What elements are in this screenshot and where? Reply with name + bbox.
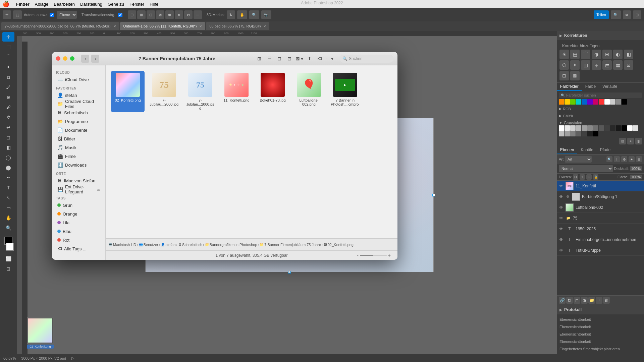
cmyk-header[interactable]: ▶ CMYK [559, 113, 642, 119]
rgb-header[interactable]: ▶ RGB [559, 106, 642, 112]
tool-quickmask[interactable]: ⬜ [2, 254, 14, 263]
view-icon-btn[interactable]: ⊞ [255, 55, 264, 63]
swatch-lightgray[interactable] [610, 99, 615, 105]
doc-tab-2-close[interactable]: ✕ [263, 24, 266, 28]
proto-item-0[interactable]: Ebenensichtbarkeit [557, 316, 644, 323]
gs-4[interactable] [582, 125, 587, 131]
gs-14[interactable] [559, 131, 564, 136]
tool-history-brush[interactable]: ↩ [2, 123, 14, 132]
camera-3d-btn[interactable]: 📷 [261, 10, 271, 19]
swatch-blue[interactable] [582, 99, 587, 105]
finder-back-btn[interactable]: ‹ [81, 55, 89, 63]
sidebar-item-musik[interactable]: 🎵 Musik [53, 143, 104, 152]
tool-magic-wand[interactable]: ✦ [2, 62, 14, 72]
tool-text[interactable]: T [2, 183, 14, 192]
tool-dodge[interactable]: ⬤ [2, 163, 14, 172]
view-gallery-btn[interactable]: ⊡ [285, 55, 294, 63]
gs-9[interactable] [610, 125, 615, 131]
bc-bannergrafiken[interactable]: Bannergrafiken in Photoshop [210, 243, 257, 247]
apple-menu-icon[interactable]: 🍎 [3, 1, 9, 7]
layer-vis-3[interactable]: 👁 [559, 216, 564, 221]
layer-filter-btn2[interactable]: T [614, 156, 620, 162]
layer-filter-select[interactable]: Art [565, 156, 592, 163]
layer-vis-6[interactable]: 👁 [559, 248, 564, 253]
layer-filter-btn4[interactable]: ✦ [629, 156, 635, 162]
proto-item-1[interactable]: Ebenensichtbarkeit [557, 323, 644, 330]
swatch-action-3[interactable]: 🗑 [635, 138, 642, 144]
gs-19[interactable] [587, 131, 593, 136]
gs-13[interactable] [633, 125, 638, 131]
tab-ebenen[interactable]: Ebenen [557, 146, 577, 154]
protokoll-header[interactable]: ▶ Protokoll [557, 305, 644, 314]
layer-new-btn[interactable]: + [596, 297, 602, 304]
adj-colorbalance[interactable]: ⊞ [602, 50, 612, 59]
doc-tab-2[interactable]: 03.psd bei 66,7% (75, RGB/8#) ✕ [206, 22, 269, 30]
gs-16[interactable] [570, 131, 576, 136]
tool-move[interactable]: ✛ [2, 32, 14, 42]
view-column-btn[interactable]: ⊟ [275, 55, 284, 63]
finder-forward-btn[interactable]: › [91, 55, 99, 63]
align-btn-4[interactable]: ⊠ [156, 10, 164, 19]
zoom-level[interactable]: 66,67% [3, 356, 16, 360]
layer-item-0[interactable]: 👁 img 11_Konfetti [557, 181, 644, 191]
sidebar-item-creative-cloud[interactable]: 📁 Creative Cloud Files [53, 100, 104, 108]
tool-eyedropper[interactable]: 🖊 [2, 82, 14, 92]
view-more-btn[interactable]: ··· ▾ [325, 55, 334, 63]
gs-1[interactable] [565, 125, 570, 131]
adj-photo[interactable]: ◧ [624, 50, 633, 59]
adj-selective[interactable]: ⬡ [559, 60, 569, 70]
adj-levels[interactable]: ▤ [570, 50, 580, 59]
more-btn[interactable]: ··· [194, 10, 202, 19]
sidebar-item-alle-tags[interactable]: 🏷 Alle Tags ... [53, 244, 104, 253]
darstellung-menu[interactable]: Darstellung [80, 2, 102, 7]
adj-curves[interactable]: ⌒ [581, 50, 590, 59]
tool-shape[interactable]: ▭ [2, 203, 14, 213]
gs-18[interactable] [582, 131, 587, 136]
gs-0[interactable] [559, 125, 564, 131]
tool-gradient[interactable]: ◧ [2, 143, 14, 152]
layer-vis-0[interactable]: 👁 [559, 184, 564, 188]
adj-more5[interactable]: ⊠ [570, 71, 580, 80]
layer-item-3[interactable]: 👁 📁 75 [557, 213, 644, 224]
swatch-purple[interactable] [587, 99, 593, 105]
layer-delete-btn[interactable]: 🗑 [603, 297, 610, 304]
gs-20[interactable] [593, 131, 598, 136]
swatch-pink[interactable] [593, 99, 598, 105]
adj-vibrance[interactable]: ✦ [570, 60, 580, 70]
tool-crop[interactable]: ⧈ [2, 72, 14, 82]
window-minimize-btn[interactable] [63, 56, 67, 61]
tool-zoom[interactable]: 🔍 [2, 223, 14, 233]
align-btn-2[interactable]: ⊞ [137, 10, 146, 19]
tab-verlaeufe[interactable]: Verläufe [599, 83, 621, 91]
gs-11[interactable] [622, 125, 627, 131]
zoom-3d-btn[interactable]: 🔍 [249, 10, 259, 19]
layer-item-6[interactable]: 👁 T TutKit-Gruppe [557, 245, 644, 256]
tool-hand[interactable]: ✋ [2, 213, 14, 223]
file-item-2[interactable]: 75 7-Jubiläu...2000.psd [183, 71, 217, 112]
adj-bw[interactable]: ◐ [613, 50, 623, 59]
move-tool-btn[interactable]: ✛ [3, 10, 11, 19]
align-btn-7[interactable]: ⊘ [184, 10, 193, 19]
file-item-6[interactable]: ▶ 7 Banner in Photosh....cmproj [328, 71, 362, 112]
gs-15[interactable] [565, 131, 570, 136]
sidebar-item-dokumente[interactable]: 📄 Dokumente [53, 126, 104, 134]
layer-item-1[interactable]: 👁 ⚙ Farbton/Sättigung 1 [557, 191, 644, 202]
sidebar-item-programme[interactable]: 📂 Programme [53, 117, 104, 126]
layer-item-5[interactable]: 👁 T Ein inhabergefü...ienunternehmen [557, 234, 644, 245]
share-button[interactable]: Teilen [594, 10, 609, 19]
adj-threshold[interactable]: ⏚ [592, 60, 601, 70]
pan-3d-btn[interactable]: ✋ [237, 10, 247, 19]
bc-macintosh[interactable]: Macintosh HD [113, 243, 136, 247]
fix-btn3[interactable]: ⊞ [586, 174, 592, 180]
adj-more1[interactable]: ⬒ [602, 60, 612, 70]
bearbeiten-menu[interactable]: Bearbeiten [54, 2, 75, 7]
layer-filter-btn1[interactable]: 🔍 [606, 156, 612, 162]
sidebar-item-tag-blau[interactable]: Blau [53, 227, 104, 236]
layer-style-btn[interactable]: fx [566, 297, 573, 304]
graustufen-header[interactable]: ▼ Graustufen [559, 120, 642, 125]
gs-7[interactable] [599, 125, 604, 131]
align-btn-5[interactable]: ⊕ [165, 10, 174, 19]
korrekturen-header[interactable]: ▶ Korrekturen [557, 31, 644, 40]
swatch-white[interactable] [604, 99, 610, 105]
arrange-btn[interactable]: ⧉ [623, 10, 631, 19]
